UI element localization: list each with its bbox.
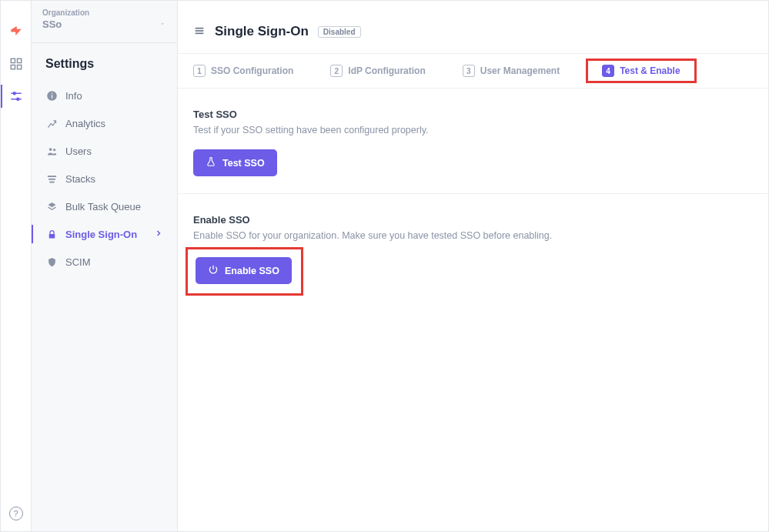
- step-number: 2: [330, 65, 343, 77]
- svg-rect-9: [51, 95, 52, 98]
- left-rail: ?: [1, 1, 32, 531]
- main-content: Single Sign-On Disabled 1 SSO Configurat…: [178, 1, 768, 531]
- step-number: 1: [193, 65, 206, 77]
- chevron-down-icon: [159, 18, 166, 30]
- section-description: Enable SSO for your organization. Make s…: [193, 230, 753, 241]
- sidebar-item-bulk-task-queue[interactable]: Bulk Task Queue: [32, 192, 177, 220]
- sidebar-item-label: Info: [65, 90, 82, 102]
- help-icon[interactable]: ?: [9, 507, 23, 520]
- sidebar-item-label: Stacks: [65, 173, 95, 185]
- sidebar-item-single-sign-on[interactable]: Single Sign-On: [32, 220, 177, 248]
- highlight-box: Enable SSO: [186, 247, 303, 296]
- section-title: Enable SSO: [193, 214, 753, 226]
- hamburger-icon[interactable]: [193, 25, 206, 39]
- step-label: User Management: [480, 65, 560, 76]
- svg-rect-0: [11, 59, 15, 62]
- test-sso-button[interactable]: Test SSO: [193, 149, 277, 176]
- divider: [32, 42, 177, 43]
- svg-point-5: [13, 92, 15, 95]
- power-icon: [208, 264, 219, 277]
- users-icon: [45, 145, 58, 157]
- section-description: Test if your SSO setting have been confi…: [193, 125, 753, 136]
- shield-icon: [45, 256, 58, 268]
- brand-logo: [9, 24, 23, 40]
- step-label: IdP Configuration: [348, 65, 425, 76]
- info-icon: [45, 89, 58, 102]
- button-label: Test SSO: [222, 158, 265, 169]
- test-sso-section: Test SSO Test if your SSO setting have b…: [178, 89, 768, 193]
- org-value: SSo: [42, 18, 62, 30]
- svg-rect-1: [17, 59, 21, 62]
- step-tabs: 1 SSO Configuration 2 IdP Configuration …: [178, 53, 768, 89]
- sidebar-item-label: SCIM: [65, 256, 91, 268]
- step-user-management[interactable]: 3 User Management: [463, 65, 560, 77]
- stacks-icon: [45, 172, 58, 185]
- sidebar-item-stacks[interactable]: Stacks: [32, 165, 177, 192]
- settings-heading: Settings: [32, 57, 177, 82]
- svg-rect-16: [48, 233, 55, 238]
- org-selector[interactable]: Organization SSo: [32, 1, 177, 33]
- lock-icon: [45, 228, 58, 240]
- highlight-box: 4 Test & Enable: [586, 59, 696, 83]
- step-test-and-enable[interactable]: 4 Test & Enable: [602, 65, 680, 77]
- analytics-icon: [45, 117, 58, 129]
- dashboard-icon[interactable]: [8, 55, 25, 72]
- step-number: 3: [463, 65, 475, 77]
- chevron-right-icon: [154, 229, 163, 240]
- status-badge: Disabled: [318, 26, 361, 38]
- queue-icon: [45, 200, 58, 212]
- section-title: Test SSO: [193, 109, 753, 120]
- enable-sso-button[interactable]: Enable SSO: [196, 257, 292, 284]
- sidebar-item-label: Bulk Task Queue: [65, 201, 141, 212]
- step-idp-configuration[interactable]: 2 IdP Configuration: [330, 65, 425, 77]
- svg-rect-15: [49, 181, 54, 182]
- svg-rect-13: [47, 176, 55, 177]
- sidebar-item-scim[interactable]: SCIM: [32, 248, 177, 276]
- svg-point-12: [53, 149, 55, 151]
- svg-point-11: [48, 148, 52, 151]
- sidebar-item-analytics[interactable]: Analytics: [32, 109, 177, 137]
- svg-rect-2: [11, 65, 15, 69]
- enable-sso-section: Enable SSO Enable SSO for your organizat…: [178, 193, 768, 303]
- step-number: 4: [602, 65, 614, 77]
- sidebar-item-label: Analytics: [65, 118, 105, 129]
- flask-icon: [206, 156, 216, 169]
- sidebar-item-label: Users: [65, 146, 92, 157]
- step-label: SSO Configuration: [211, 65, 293, 76]
- sidebar-item-info[interactable]: Info: [32, 82, 177, 109]
- svg-rect-14: [48, 178, 55, 179]
- sliders-icon[interactable]: [8, 88, 25, 105]
- sidebar-item-users[interactable]: Users: [32, 137, 177, 165]
- page-title: Single Sign-On: [215, 24, 309, 39]
- svg-rect-3: [17, 65, 21, 69]
- step-sso-configuration[interactable]: 1 SSO Configuration: [193, 65, 293, 77]
- button-label: Enable SSO: [225, 266, 279, 276]
- step-label: Test & Enable: [620, 65, 680, 76]
- org-label: Organization: [42, 8, 166, 17]
- svg-point-7: [16, 98, 18, 100]
- svg-rect-10: [51, 92, 52, 93]
- sidebar-item-label: Single Sign-On: [65, 229, 137, 240]
- settings-sidebar: Organization SSo Settings Info Analytics…: [32, 1, 178, 531]
